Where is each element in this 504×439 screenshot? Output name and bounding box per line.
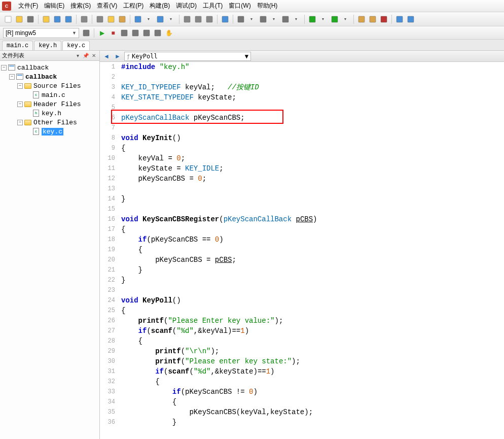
menu-3[interactable]: 查看(V) bbox=[94, 0, 120, 12]
code-line-31[interactable]: 31 if(scanf("%d",&keyState)==1) bbox=[100, 366, 504, 377]
print-button[interactable] bbox=[79, 14, 89, 24]
code-line-23[interactable]: 23 bbox=[100, 285, 504, 295]
code-line-36[interactable]: 36 } bbox=[100, 417, 504, 427]
nav-back-button[interactable]: ◄ bbox=[102, 52, 111, 61]
code-line-32[interactable]: 32 { bbox=[100, 377, 504, 387]
bookmark-button[interactable] bbox=[220, 14, 230, 24]
project-tree[interactable]: −callback−callback−Source Filescmain.c−H… bbox=[0, 61, 99, 439]
back-dd-button[interactable]: ▼ bbox=[318, 14, 329, 24]
build-config-combo[interactable]: [R] mingw5 ▼ bbox=[3, 28, 79, 38]
tree-file-main-c[interactable]: cmain.c bbox=[1, 90, 98, 99]
code-line-1[interactable]: 1#include "key.h" bbox=[100, 62, 504, 72]
menu-6[interactable]: 调试(D) bbox=[173, 0, 200, 12]
undo-button[interactable] bbox=[133, 14, 143, 24]
info-button[interactable] bbox=[406, 14, 416, 24]
save-all-button[interactable] bbox=[63, 14, 74, 24]
replace-button[interactable] bbox=[204, 14, 214, 24]
menu-8[interactable]: 窗口(W) bbox=[226, 0, 254, 12]
code-line-19[interactable]: 19 { bbox=[100, 245, 504, 255]
help-button[interactable] bbox=[394, 14, 405, 24]
code-line-21[interactable]: 21 } bbox=[100, 265, 504, 275]
menu-2[interactable]: 搜索(S) bbox=[67, 0, 94, 12]
tree-project[interactable]: −callback bbox=[1, 72, 98, 81]
forward-button[interactable] bbox=[330, 14, 340, 24]
export2-button[interactable] bbox=[368, 14, 378, 24]
code-line-6[interactable]: 6pKeyScanCallBack pKeyScanCBS; bbox=[100, 113, 504, 123]
open-dropdown-button[interactable] bbox=[25, 14, 35, 24]
menu-7[interactable]: 工具(T) bbox=[200, 0, 226, 12]
tree-expander[interactable]: − bbox=[9, 74, 15, 80]
code-line-9[interactable]: 9{ bbox=[100, 143, 504, 153]
tree-folder-source-files[interactable]: −Source Files bbox=[1, 81, 98, 90]
code-line-4[interactable]: 4KEY_STATE_TYPEDEF keyState; bbox=[100, 92, 504, 103]
function-selector[interactable]: ƒKeyPoll ▼ bbox=[124, 52, 251, 61]
tree-expander[interactable]: − bbox=[17, 120, 23, 125]
code-line-27[interactable]: 27 if(scanf("%d",&keyVal)==1) bbox=[100, 326, 504, 336]
tree-expander[interactable]: − bbox=[1, 65, 7, 71]
code-line-28[interactable]: 28 { bbox=[100, 336, 504, 346]
find-button[interactable] bbox=[182, 14, 192, 24]
menu-5[interactable]: 构建(B) bbox=[147, 0, 173, 12]
code-line-29[interactable]: 29 printf("\r\n"); bbox=[100, 346, 504, 356]
code-line-17[interactable]: 17{ bbox=[100, 224, 504, 234]
cfg-button[interactable] bbox=[81, 28, 91, 38]
tool-b-button[interactable] bbox=[258, 14, 268, 24]
code-line-7[interactable]: 7 bbox=[100, 123, 504, 133]
file-tab-main-c[interactable]: main.c bbox=[2, 41, 33, 50]
menu-4[interactable]: 工程(P) bbox=[120, 0, 147, 12]
find-next-button[interactable] bbox=[193, 14, 203, 24]
stop-export-button[interactable] bbox=[379, 14, 389, 24]
code-line-5[interactable]: 5 bbox=[100, 103, 504, 113]
nav-forward-button[interactable]: ► bbox=[113, 52, 122, 61]
copy2-button[interactable] bbox=[106, 14, 116, 24]
hand-button[interactable]: ✋ bbox=[164, 28, 174, 38]
code-line-30[interactable]: 30 printf("Please enter key state:"); bbox=[100, 356, 504, 366]
tool-b-dd-button[interactable]: ▼ bbox=[269, 14, 279, 24]
code-line-26[interactable]: 26 printf("Please Enter key value:"); bbox=[100, 316, 504, 326]
code-line-2[interactable]: 2 bbox=[100, 72, 504, 82]
pin-icon[interactable]: 📌 bbox=[82, 52, 89, 59]
copy-button[interactable] bbox=[41, 14, 51, 24]
code-line-11[interactable]: 11 keyState = KEY_IDLE; bbox=[100, 163, 504, 174]
tree-folder-other-files[interactable]: −Other Files bbox=[1, 118, 98, 127]
code-line-3[interactable]: 3KEY_ID_TYPEDEF keyVal; //按键ID bbox=[100, 82, 504, 92]
code-line-33[interactable]: 33 if(pKeyScanCBS != 0) bbox=[100, 387, 504, 397]
file-tab-key-h[interactable]: key.h bbox=[34, 41, 61, 50]
tree-expander[interactable]: − bbox=[17, 102, 23, 107]
new-file-button[interactable] bbox=[3, 14, 13, 24]
open-button[interactable] bbox=[14, 14, 24, 24]
tree-file-key-c[interactable]: ckey.c bbox=[1, 127, 98, 136]
forward-dd-button[interactable]: ▼ bbox=[341, 14, 351, 24]
code-line-25[interactable]: 25{ bbox=[100, 306, 504, 316]
tree-file-key-h[interactable]: hkey.h bbox=[1, 109, 98, 118]
code-editor[interactable]: 1#include "key.h"23KEY_ID_TYPEDEF keyVal… bbox=[100, 62, 504, 439]
code-line-24[interactable]: 24void KeyPoll() bbox=[100, 295, 504, 306]
export-button[interactable] bbox=[356, 14, 367, 24]
tree-expander[interactable]: − bbox=[17, 83, 23, 89]
file-tab-key-c[interactable]: key.c bbox=[62, 41, 90, 50]
menu-0[interactable]: 文件(F) bbox=[15, 0, 41, 12]
code-line-13[interactable]: 13 bbox=[100, 184, 504, 194]
tool-a-button[interactable] bbox=[236, 14, 246, 24]
redo-dd-button[interactable]: ▼ bbox=[166, 14, 176, 24]
code-line-34[interactable]: 34 { bbox=[100, 397, 504, 407]
step-over-button[interactable] bbox=[119, 28, 129, 38]
code-line-12[interactable]: 12 pKeyScanCBS = 0; bbox=[100, 174, 504, 184]
code-line-14[interactable]: 14} bbox=[100, 194, 504, 204]
code-line-10[interactable]: 10 keyVal = 0; bbox=[100, 153, 504, 163]
tool-c-dd-button[interactable]: ▼ bbox=[292, 14, 302, 24]
dropdown-icon[interactable]: ▾ bbox=[74, 52, 81, 59]
code-line-8[interactable]: 8void KeyInit() bbox=[100, 133, 504, 143]
run-button[interactable]: ▶ bbox=[97, 28, 107, 38]
step-out-button[interactable] bbox=[141, 28, 152, 38]
tool-a-dd-button[interactable]: ▼ bbox=[247, 14, 257, 24]
code-line-16[interactable]: 16void KeyScanCBSRegister(pKeyScanCallBa… bbox=[100, 214, 504, 224]
step-into-button[interactable] bbox=[130, 28, 140, 38]
menu-1[interactable]: 编辑(E) bbox=[41, 0, 67, 12]
stop-button[interactable]: ■ bbox=[108, 28, 118, 38]
back-button[interactable] bbox=[307, 14, 317, 24]
cut-button[interactable] bbox=[95, 14, 105, 24]
breakpoint-button[interactable] bbox=[153, 28, 163, 38]
code-line-22[interactable]: 22} bbox=[100, 275, 504, 285]
code-line-35[interactable]: 35 pKeyScanCBS(keyVal,keyState); bbox=[100, 407, 504, 417]
